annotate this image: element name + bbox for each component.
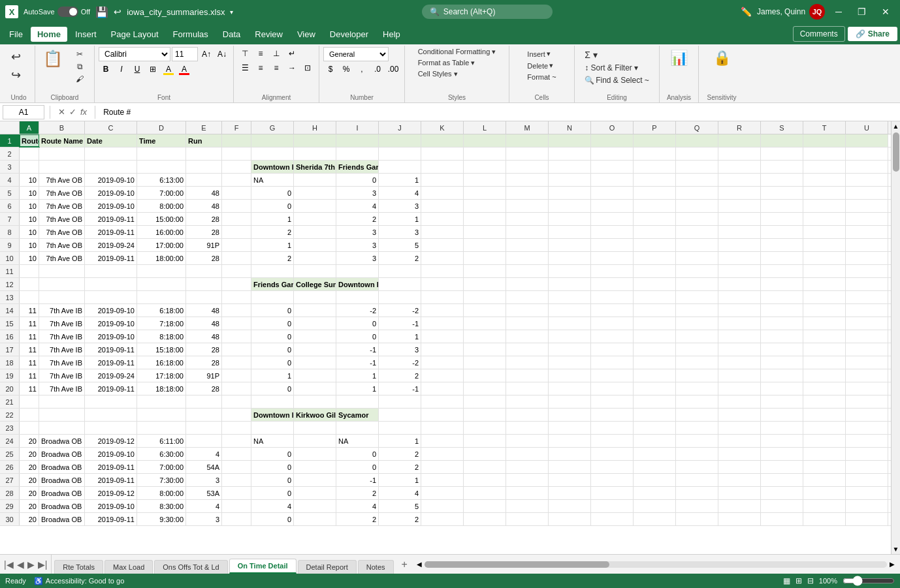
font-selector[interactable]: Calibri xyxy=(99,47,170,61)
cell[interactable]: 2019-09-11 xyxy=(85,382,137,395)
cell[interactable]: 20 xyxy=(20,448,39,460)
fill-color-button[interactable]: A xyxy=(161,63,176,76)
cell[interactable] xyxy=(549,448,591,460)
cell[interactable]: 2 xyxy=(379,513,421,525)
cell[interactable] xyxy=(803,422,846,434)
cell[interactable] xyxy=(421,474,464,486)
cell[interactable] xyxy=(718,382,761,395)
cell[interactable]: Friends Garden xyxy=(336,161,379,173)
cell[interactable] xyxy=(421,513,464,525)
cell[interactable]: 15:00:00 xyxy=(137,213,186,225)
col-header-m[interactable]: M xyxy=(506,121,549,134)
cell[interactable] xyxy=(634,265,676,277)
cell[interactable]: 3 xyxy=(379,343,421,356)
cell[interactable] xyxy=(846,435,888,447)
cell[interactable]: 4 xyxy=(186,500,222,512)
cell[interactable] xyxy=(421,147,464,160)
cell[interactable] xyxy=(676,461,718,473)
cell[interactable]: 20 xyxy=(20,513,39,525)
cell[interactable] xyxy=(222,513,251,525)
cell[interactable]: 4 xyxy=(379,187,421,199)
cell[interactable]: Kirkwoo Gilbert xyxy=(294,409,336,421)
cell[interactable]: 2019-09-10 xyxy=(85,304,137,317)
cell[interactable] xyxy=(846,409,888,421)
cell[interactable] xyxy=(336,291,379,303)
cell[interactable] xyxy=(421,422,464,434)
cell[interactable] xyxy=(846,226,888,238)
cell[interactable] xyxy=(222,265,251,277)
cell[interactable] xyxy=(718,291,761,303)
cell[interactable] xyxy=(676,226,718,238)
cell[interactable] xyxy=(803,161,846,173)
cell[interactable] xyxy=(718,317,761,330)
cell[interactable] xyxy=(421,291,464,303)
cell[interactable] xyxy=(549,239,591,251)
cell[interactable] xyxy=(294,213,336,225)
cell[interactable] xyxy=(718,369,761,382)
minimize-button[interactable]: ─ xyxy=(830,5,847,18)
decrease-decimal-button[interactable]: .0 xyxy=(370,63,385,76)
cell[interactable] xyxy=(549,213,591,225)
cell[interactable]: 2019-09-12 xyxy=(85,487,137,499)
vscroll-up[interactable]: ▲ xyxy=(892,121,900,131)
cell[interactable]: Friends Garden xyxy=(251,278,294,290)
cell[interactable] xyxy=(464,304,506,317)
cell[interactable]: 1 xyxy=(336,369,379,382)
cell[interactable] xyxy=(506,213,549,225)
cell[interactable] xyxy=(803,134,846,147)
cell[interactable]: 3 xyxy=(336,239,379,251)
underline-button[interactable]: U xyxy=(130,63,144,76)
cell[interactable]: 5 xyxy=(379,239,421,251)
cell[interactable]: 6:18:00 xyxy=(137,304,186,317)
font-grow-button[interactable]: A↑ xyxy=(199,48,214,61)
cell[interactable] xyxy=(549,369,591,382)
save-icon[interactable]: 💾 xyxy=(95,6,108,18)
cell[interactable] xyxy=(20,422,39,434)
cell[interactable] xyxy=(846,265,888,277)
cell[interactable] xyxy=(676,500,718,512)
cell[interactable] xyxy=(634,395,676,408)
col-header-l[interactable]: L xyxy=(464,121,506,134)
cell[interactable] xyxy=(846,200,888,212)
cell[interactable] xyxy=(294,304,336,317)
cell[interactable] xyxy=(336,265,379,277)
cell[interactable] xyxy=(549,161,591,173)
cell[interactable] xyxy=(222,461,251,473)
share-button[interactable]: 🔗 Share xyxy=(848,27,897,41)
cell[interactable] xyxy=(846,147,888,160)
cell[interactable] xyxy=(506,435,549,447)
cell[interactable]: 2 xyxy=(251,252,294,264)
hscroll-right-button[interactable]: ▶ xyxy=(890,561,895,568)
cell[interactable]: 28 xyxy=(186,343,222,356)
cell[interactable]: 0 xyxy=(336,317,379,330)
cell[interactable]: 8:00:00 xyxy=(137,487,186,499)
cell[interactable] xyxy=(676,304,718,317)
search-box[interactable]: 🔍 Search (Alt+Q) xyxy=(422,5,553,19)
cell[interactable]: 20 xyxy=(20,500,39,512)
cell[interactable]: 2019-09-10 xyxy=(85,330,137,343)
cell[interactable] xyxy=(846,474,888,486)
cell[interactable]: 7th Ave IB xyxy=(39,343,85,356)
cell[interactable] xyxy=(506,278,549,290)
cell[interactable] xyxy=(549,200,591,212)
merge-button[interactable]: ⊡ xyxy=(300,61,315,74)
cell[interactable]: 91P xyxy=(186,239,222,251)
cell[interactable]: 3 xyxy=(379,200,421,212)
cell[interactable] xyxy=(186,409,222,421)
cell[interactable] xyxy=(464,395,506,408)
cell[interactable] xyxy=(591,200,634,212)
cell[interactable] xyxy=(591,174,634,186)
autosave-toggle[interactable] xyxy=(57,7,78,17)
cell[interactable] xyxy=(20,265,39,277)
cell[interactable] xyxy=(39,395,85,408)
cell[interactable] xyxy=(506,291,549,303)
cell[interactable] xyxy=(137,161,186,173)
cell[interactable] xyxy=(421,265,464,277)
cell[interactable]: 8:18:00 xyxy=(137,330,186,343)
cell[interactable] xyxy=(251,265,294,277)
cell[interactable]: 7:30:00 xyxy=(137,474,186,486)
col-header-i[interactable]: I xyxy=(336,121,379,134)
cell[interactable] xyxy=(634,278,676,290)
cell[interactable] xyxy=(39,265,85,277)
cell[interactable]: 3 xyxy=(186,513,222,525)
